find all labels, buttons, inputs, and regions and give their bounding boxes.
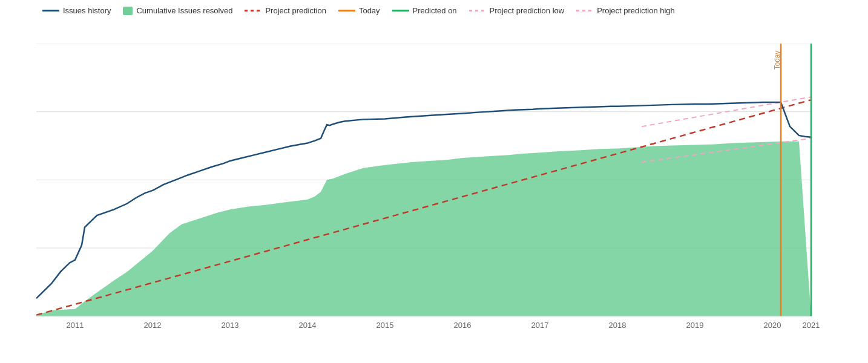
legend-box-cumulative xyxy=(123,7,133,15)
legend-line-issues-history xyxy=(42,10,59,11)
legend-today: Today xyxy=(338,6,380,15)
legend-line-predicted-on xyxy=(392,10,409,11)
legend-predicted-on: Predicted on xyxy=(392,6,457,15)
chart-legend: Issues history Cumulative Issues resolve… xyxy=(36,6,856,15)
legend-line-prediction-low xyxy=(469,10,486,11)
svg-text:2014: 2014 xyxy=(299,321,317,330)
legend-label-prediction-low: Project prediction low xyxy=(490,6,565,15)
svg-text:2017: 2017 xyxy=(531,321,549,330)
legend-prediction-low: Project prediction low xyxy=(469,6,565,15)
legend-label-prediction: Project prediction xyxy=(265,6,326,15)
legend-issues-history: Issues history xyxy=(42,6,111,15)
svg-text:2018: 2018 xyxy=(609,321,626,330)
legend-label-predicted-on: Predicted on xyxy=(413,6,457,15)
legend-line-prediction-high xyxy=(576,10,593,11)
svg-text:2020: 2020 xyxy=(764,321,781,330)
legend-label-cumulative: Cumulative Issues resolved xyxy=(136,6,232,15)
svg-text:2021: 2021 xyxy=(803,321,820,330)
svg-text:2015: 2015 xyxy=(376,321,394,330)
svg-text:2012: 2012 xyxy=(144,321,162,330)
today-label-text: Today xyxy=(773,51,781,70)
legend-cumulative: Cumulative Issues resolved xyxy=(123,6,232,15)
svg-text:2016: 2016 xyxy=(454,321,472,330)
chart-svg: 0 200 400 600 800 2011 2012 2013 2014 20… xyxy=(36,44,856,334)
svg-text:2019: 2019 xyxy=(686,321,704,330)
cumulative-area xyxy=(36,142,811,316)
legend-label-prediction-high: Project prediction high xyxy=(597,6,675,15)
legend-line-today xyxy=(338,10,355,11)
legend-label-today: Today xyxy=(359,6,380,15)
svg-text:2011: 2011 xyxy=(67,321,84,330)
chart-container: Issues history Cumulative Issues resolve… xyxy=(0,0,868,363)
legend-project-prediction: Project prediction xyxy=(245,6,326,15)
legend-prediction-high: Project prediction high xyxy=(576,6,675,15)
svg-text:2013: 2013 xyxy=(222,321,239,330)
legend-label-issues-history: Issues history xyxy=(63,6,111,15)
legend-line-prediction xyxy=(245,10,261,11)
